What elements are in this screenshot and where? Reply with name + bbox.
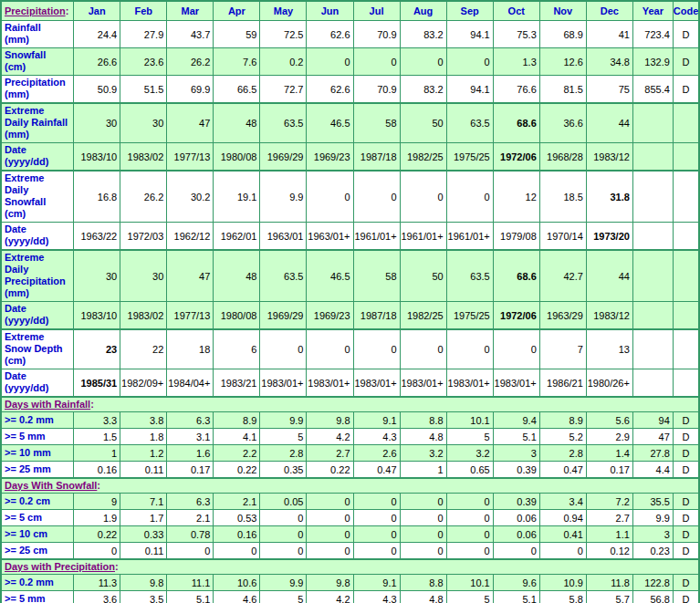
value-cell: 7 [539,329,586,369]
value-cell: 0 [353,329,400,369]
value-cell: 50 [400,250,446,302]
value-cell: 0 [400,171,446,223]
value-cell: 1969/23 [307,302,353,330]
row-label: >= 25 cm [1,543,74,560]
value-cell: 1980/08 [214,143,260,172]
column-header-year: Year [632,1,673,21]
value-cell: 1.8 [120,429,167,445]
row-label-line: Snowfall [5,49,46,60]
value-cell: 69.9 [167,76,214,104]
value-cell: 1985/31 [74,369,120,398]
year-cell [632,369,673,398]
value-cell: 5.1 [167,591,214,603]
table-row: Date(yyyy/dd)1983/101983/021977/131980/0… [1,143,699,172]
value-cell: 0 [307,329,353,369]
value-cell: 26.6 [74,48,120,76]
value-cell: 0 [353,543,400,560]
row-label-line: Date [5,224,26,234]
value-cell: 44 [586,250,632,302]
value-cell: 0.47 [539,462,586,479]
value-cell: 1.6 [167,445,214,462]
code-cell: D [673,462,699,479]
year-cell: 47 [632,429,673,445]
column-header-jan: Jan [74,1,120,21]
value-cell: 0.16 [214,526,260,543]
year-cell: 4.4 [632,462,673,479]
section-header-link[interactable]: Days With Snowfall [5,480,97,491]
value-cell: 9 [74,494,120,510]
value-cell: 1972/03 [120,223,167,251]
value-cell: 1.5 [74,429,120,445]
value-cell: 7.2 [586,494,632,510]
value-cell: 31.8 [586,171,632,223]
row-label-line: Date [5,144,26,155]
code-cell: D [673,575,699,591]
row-label: >= 25 mm [1,462,74,479]
year-cell: 122.8 [632,575,673,591]
value-cell: 3.5 [120,591,167,603]
value-cell: 1963/01+ [307,223,353,251]
value-cell: 1969/23 [307,143,353,172]
value-cell: 68.6 [493,250,539,302]
row-label-line: Extreme [5,252,44,263]
value-cell: 10.1 [446,412,493,429]
section-header-link[interactable]: Days with Rainfall [5,399,90,410]
value-cell: 4.1 [214,429,260,445]
value-cell: 83.2 [400,21,446,48]
value-cell: 5.8 [539,591,586,603]
value-cell: 2.8 [539,445,586,462]
value-cell: 2.1 [167,510,214,526]
row-label-line: >= 5 cm [5,512,42,523]
value-cell: 5 [446,591,493,603]
row-label: Date(yyyy/dd) [1,223,74,251]
value-cell: 58 [353,250,400,302]
precipitation-title-link[interactable]: Precipitation [5,5,66,16]
table-row: >= 25 cm00.110000000000.120.23D [1,543,699,560]
row-label-line: Precipitation [5,77,66,88]
row-label-line: Extreme [5,331,44,342]
value-cell: 1961/01+ [353,223,400,251]
value-cell: 1969/29 [260,302,307,330]
row-label: ExtremeDailyPrecipitation(mm) [1,250,74,302]
value-cell: 1983/02 [120,143,167,172]
year-cell [632,143,673,172]
value-cell: 0 [446,526,493,543]
table-row: ExtremeDaily Rainfall(mm)3030474863.546.… [1,103,699,143]
value-cell: 16.8 [74,171,120,223]
table-row: >= 0.2 mm3.33.86.38.99.99.89.18.810.19.4… [1,412,699,429]
value-cell: 0 [74,543,120,560]
year-cell [632,250,673,302]
table-row: >= 25 mm0.160.110.170.220.350.220.4710.6… [1,462,699,479]
value-cell: 0.33 [120,526,167,543]
row-label-line: Extreme [5,172,44,183]
value-cell: 47 [167,103,214,143]
value-cell: 0 [353,171,400,223]
section-header: Days with Precipitation: [1,559,699,575]
row-label-line: Rainfall [5,22,41,33]
table-row: Rainfall(mm)24.427.943.75972.562.670.983… [1,21,699,48]
row-label-line: Daily Rainfall [5,117,68,128]
value-cell: 1983/12 [586,302,632,330]
value-cell: 94.1 [446,21,493,48]
value-cell: 1982/09+ [120,369,167,398]
column-header-jul: Jul [353,1,400,21]
value-cell: 0.17 [586,462,632,479]
value-cell: 9.1 [353,575,400,591]
value-cell: 1962/12 [167,223,214,251]
section-header-link[interactable]: Days with Precipitation [5,561,115,572]
value-cell: 48 [214,103,260,143]
value-cell: 1970/14 [539,223,586,251]
value-cell: 5.2 [539,429,586,445]
row-label-line: >= 5 mm [5,431,46,442]
value-cell: 72.5 [260,21,307,48]
code-cell: D [673,510,699,526]
column-header-feb: Feb [120,1,167,21]
value-cell: 0 [353,494,400,510]
code-cell: D [673,21,699,48]
value-cell: 0 [446,543,493,560]
value-cell: 1987/18 [353,143,400,172]
row-label-line: Extreme [5,105,44,116]
value-cell: 0 [307,526,353,543]
value-cell: 1972/06 [493,302,539,330]
row-label-line: (mm) [5,34,29,45]
